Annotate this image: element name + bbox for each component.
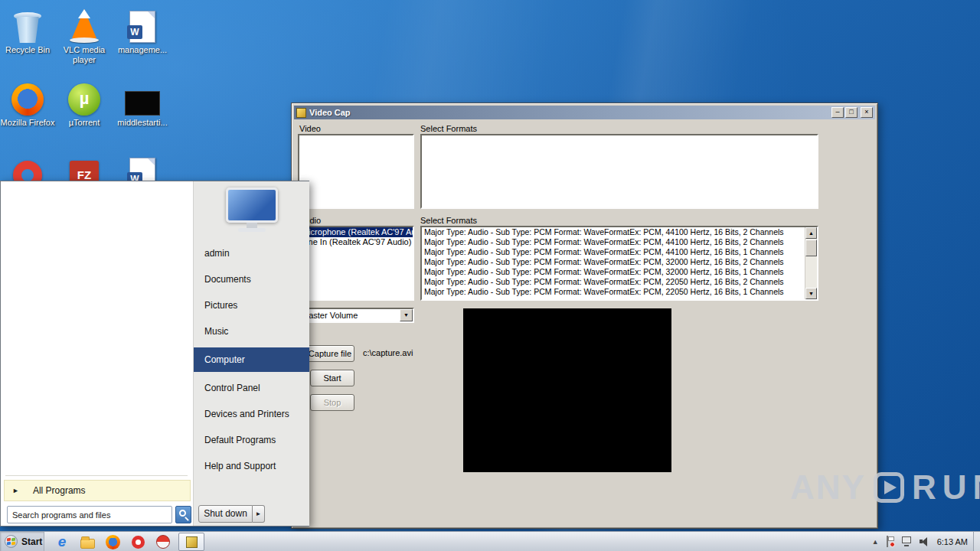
audio-format-item[interactable]: Major Type: Audio - Sub Type: PCM Format… <box>422 277 805 287</box>
video-label: Video <box>299 124 321 133</box>
desktop-icon-label: Mozilla Firefox <box>0 118 55 128</box>
opera-icon <box>132 536 145 549</box>
desktop-icon-label: manageme... <box>115 45 170 55</box>
taskbar-firefox-icon[interactable] <box>104 533 121 550</box>
start-menu-right-panel: admin Documents Pictures Music Computer … <box>193 181 309 526</box>
utorrent-icon: µ <box>68 83 100 116</box>
video-cap-app-icon <box>186 536 198 548</box>
start-menu-item-control-panel[interactable]: Control Panel <box>194 377 309 399</box>
audio-format-item[interactable]: Major Type: Audio - Sub Type: PCM Format… <box>422 287 805 297</box>
recycle-bin-icon <box>14 9 41 43</box>
desktop-icon-utorrent[interactable]: µ µTorrent <box>57 77 112 128</box>
video-cap-app-icon <box>296 108 306 118</box>
close-button[interactable]: × <box>861 107 873 118</box>
video-cap-window: Video Cap – □ × Video Select Formats Aud… <box>291 103 878 529</box>
firefox-icon <box>106 535 120 549</box>
audio-format-item[interactable]: Major Type: Audio - Sub Type: PCM Format… <box>422 227 805 237</box>
divider <box>5 475 188 476</box>
all-programs-label: All Programs <box>33 485 86 496</box>
desktop-icon-label: VLC media player <box>57 45 112 65</box>
maximize-button[interactable]: □ <box>845 107 858 118</box>
audio-format-item[interactable]: Major Type: Audio - Sub Type: PCM Format… <box>422 237 805 247</box>
desktop-icon-vlc[interactable]: VLC media player <box>57 5 112 65</box>
select-formats-label-audio: Select Formats <box>420 216 477 225</box>
start-menu-item-computer[interactable]: Computer <box>194 347 309 372</box>
volume-select-combo[interactable]: Master Volume ▼ <box>298 308 414 323</box>
video-formats-list[interactable] <box>420 134 818 209</box>
scroll-up-icon[interactable]: ▲ <box>805 227 817 239</box>
system-tray: ▲ 6:13 AM <box>872 532 968 551</box>
start-capture-button[interactable]: Start <box>310 370 354 386</box>
start-menu-item-admin[interactable]: admin <box>194 243 309 264</box>
window-title: Video Cap <box>309 108 830 117</box>
video-file-icon <box>125 91 160 116</box>
windows-orb-icon <box>5 535 18 548</box>
taskbar-opera-icon[interactable] <box>129 533 146 550</box>
shut-down-options-arrow[interactable]: ► <box>253 505 265 523</box>
all-programs-item[interactable]: ► All Programs <box>4 480 191 501</box>
vlc-cone-icon <box>70 8 99 43</box>
taskbar-video-cap-task[interactable] <box>178 533 204 551</box>
scroll-down-icon[interactable]: ▼ <box>805 288 817 299</box>
search-input[interactable] <box>7 506 172 523</box>
all-programs-arrow-icon: ► <box>12 487 19 494</box>
firefox-icon <box>11 83 44 116</box>
desktop-icon-label: middlestarti... <box>115 118 170 128</box>
scrollbar[interactable]: ▲ ▼ <box>805 227 817 299</box>
action-center-flag-icon[interactable] <box>886 536 895 547</box>
audio-formats-list[interactable]: Major Type: Audio - Sub Type: PCM Format… <box>420 226 818 301</box>
desktop-icon-firefox[interactable]: Mozilla Firefox <box>0 77 55 128</box>
show-desktop-button[interactable] <box>973 532 980 551</box>
audio-device-item[interactable]: Microphone (Realtek AC'97 Audio) <box>299 227 413 237</box>
video-device-list[interactable] <box>298 134 414 209</box>
taskbar: Start e ▲ 6:13 AM <box>0 531 980 551</box>
taskbar-media-player-icon[interactable] <box>155 533 172 550</box>
start-menu-item-music[interactable]: Music <box>194 321 309 342</box>
audio-format-item[interactable]: Major Type: Audio - Sub Type: PCM Format… <box>422 257 805 267</box>
start-menu-item-devices-printers[interactable]: Devices and Printers <box>194 403 309 425</box>
minimize-button[interactable]: – <box>831 107 844 118</box>
video-preview-area <box>463 308 671 472</box>
scrollbar-thumb[interactable] <box>805 240 817 256</box>
title-bar[interactable]: Video Cap – □ × <box>294 106 875 119</box>
network-icon[interactable] <box>902 536 913 546</box>
volume-icon[interactable] <box>920 536 930 546</box>
desktop-icon-management-doc[interactable]: W manageme... <box>115 5 170 55</box>
search-icon[interactable] <box>175 506 191 523</box>
ie-icon: e <box>58 533 67 550</box>
taskbar-ie-icon[interactable]: e <box>54 533 70 550</box>
start-button-label: Start <box>21 536 42 547</box>
computer-icon <box>223 187 281 238</box>
volume-select-value: Master Volume <box>299 311 400 320</box>
start-menu: admin Documents Pictures Music Computer … <box>0 181 309 527</box>
clock[interactable]: 6:13 AM <box>937 537 968 546</box>
start-menu-item-documents[interactable]: Documents <box>194 269 309 290</box>
taskbar-explorer-icon[interactable] <box>79 533 96 550</box>
start-button[interactable]: Start <box>0 532 44 551</box>
chevron-down-icon[interactable]: ▼ <box>400 309 413 321</box>
tray-chevron-icon[interactable]: ▲ <box>872 538 879 546</box>
audio-device-list[interactable]: Microphone (Realtek AC'97 Audio) Line In… <box>298 226 414 301</box>
stop-capture-button[interactable]: Stop <box>310 394 354 411</box>
audio-format-item[interactable]: Major Type: Audio - Sub Type: PCM Format… <box>422 267 805 277</box>
desktop: Recycle Bin VLC media player W manageme.… <box>0 0 980 551</box>
capture-path-text: c:\capture.avi <box>363 348 413 357</box>
start-menu-item-pictures[interactable]: Pictures <box>194 295 309 316</box>
folder-icon <box>80 539 95 549</box>
start-menu-item-help-support[interactable]: Help and Support <box>194 455 309 477</box>
start-menu-item-default-programs[interactable]: Default Programs <box>194 429 309 451</box>
audio-device-item[interactable]: Line In (Realtek AC'97 Audio) <box>299 237 413 247</box>
desktop-icon-label: µTorrent <box>57 118 112 128</box>
word-document-icon: W <box>129 11 155 43</box>
shut-down-button[interactable]: Shut down <box>198 505 253 523</box>
media-player-icon <box>156 535 170 549</box>
desktop-icon-label: Recycle Bin <box>0 45 55 55</box>
audio-formats-rows: Major Type: Audio - Sub Type: PCM Format… <box>422 227 805 299</box>
select-formats-label-video: Select Formats <box>420 124 477 133</box>
desktop-icon-middlestart[interactable]: middlestarti... <box>115 77 170 128</box>
audio-format-item[interactable]: Major Type: Audio - Sub Type: PCM Format… <box>422 247 805 257</box>
desktop-icon-recycle-bin[interactable]: Recycle Bin <box>0 5 55 55</box>
capture-file-button[interactable]: Capture file <box>305 345 354 362</box>
watermark-text-run: RUN <box>912 468 980 507</box>
